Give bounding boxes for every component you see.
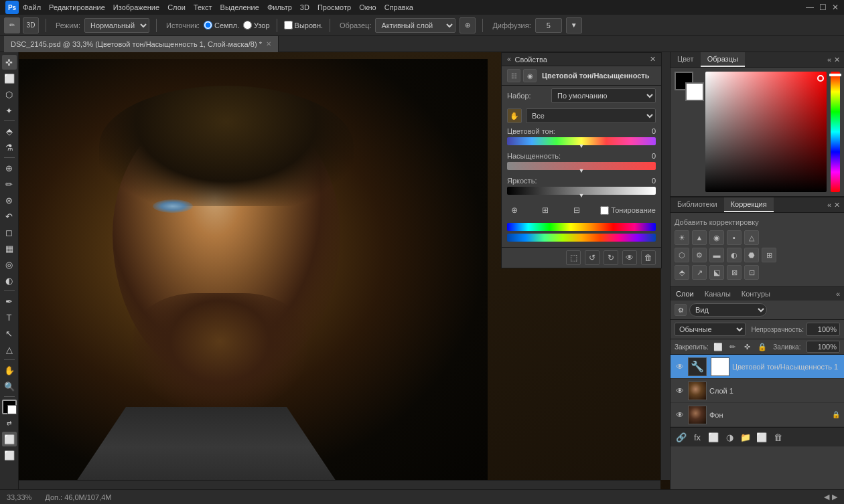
corr-levels[interactable]: ▲: [692, 230, 707, 245]
corr-curves[interactable]: ◉: [709, 230, 724, 245]
menu-filter[interactable]: Фильтр: [267, 3, 292, 11]
canvas-scrollbar-horizontal[interactable]: [19, 480, 660, 489]
blend-mode-select[interactable]: Обычные: [675, 323, 746, 336]
lock-image-btn[interactable]: ✏: [727, 341, 738, 352]
menu-select[interactable]: Выделение: [220, 3, 259, 11]
clone-stamp-tool[interactable]: ⊛: [2, 193, 17, 207]
link-layers-btn[interactable]: 🔗: [675, 430, 688, 444]
corr-photo-filter[interactable]: ◐: [727, 248, 742, 262]
delete-btn[interactable]: 🗑: [641, 250, 656, 265]
toning-checkbox[interactable]: [600, 206, 609, 215]
shape-tool[interactable]: △: [2, 342, 17, 357]
new-layer-btn[interactable]: ⬜: [755, 430, 768, 444]
marquee-tool[interactable]: ⬜: [2, 71, 17, 86]
color-panel-collapse[interactable]: «: [827, 56, 831, 64]
layer-vis-hue-sat[interactable]: 👁: [675, 361, 685, 372]
menu-layers[interactable]: Слои: [167, 3, 186, 11]
layer-item-hue-sat[interactable]: 👁 🔧 Цветовой тон/Насыщенность 1: [671, 355, 844, 379]
add-mask-btn[interactable]: ⬜: [707, 430, 720, 444]
magic-wand-tool[interactable]: ✦: [2, 103, 17, 118]
zoom-tool[interactable]: 🔍: [2, 379, 17, 394]
layers-tab-layers[interactable]: Слои: [671, 287, 699, 301]
layers-tab-channels[interactable]: Каналы: [699, 287, 736, 301]
channel-select[interactable]: Все: [526, 108, 656, 123]
new-adj-btn[interactable]: ◑: [723, 430, 736, 444]
layer-item-layer1[interactable]: 👁 Слой 1: [671, 379, 844, 403]
redo-btn[interactable]: ↻: [604, 250, 618, 265]
lock-all-btn[interactable]: 🔒: [757, 341, 768, 352]
diffusion-slider-btn[interactable]: ▼: [566, 17, 582, 33]
blur-tool[interactable]: ◎: [2, 257, 17, 272]
layer-vis-layer1[interactable]: 👁: [675, 386, 685, 396]
menu-edit[interactable]: Редактирование: [49, 3, 105, 11]
source-pattern-label[interactable]: Узор: [243, 21, 270, 29]
tab-color[interactable]: Цвет: [671, 52, 701, 67]
corr-channel-mixer[interactable]: ⬣: [744, 248, 759, 262]
corr-exposure[interactable]: ▪: [727, 230, 742, 245]
menu-window[interactable]: Окно: [359, 3, 376, 11]
color-panel-close[interactable]: ✕: [834, 56, 840, 64]
corr-hue-sat[interactable]: ⬡: [675, 248, 689, 262]
mode-select[interactable]: Нормальный: [84, 18, 149, 33]
document-tab[interactable]: DSC_2145.psd @ 33,3% (Цветовой тон/Насыщ…: [4, 36, 279, 52]
reset-btn[interactable]: ↺: [585, 250, 600, 265]
tab-samples[interactable]: Образцы: [701, 52, 745, 67]
lib-panel-collapse[interactable]: «: [827, 201, 831, 209]
background-swatch[interactable]: [685, 82, 704, 101]
menu-image[interactable]: Изображение: [113, 3, 159, 11]
tab-correction[interactable]: Коррекция: [724, 197, 774, 212]
fill-input[interactable]: [806, 341, 840, 353]
layer-kind-filter-btn[interactable]: ⚙: [675, 304, 687, 316]
minimize-button[interactable]: —: [806, 3, 814, 12]
text-tool[interactable]: T: [2, 310, 17, 325]
gradient-tool[interactable]: ▦: [2, 241, 17, 256]
menu-text[interactable]: Текст: [194, 3, 212, 11]
source-pattern-radio[interactable]: [243, 21, 252, 29]
source-sample-label[interactable]: Семпл.: [204, 21, 239, 29]
swap-colors[interactable]: ⇄: [2, 416, 17, 430]
sample-select[interactable]: Активный слой: [375, 18, 455, 33]
path-selection-tool[interactable]: ↖: [2, 326, 17, 341]
lasso-tool[interactable]: ⬡: [2, 87, 17, 102]
foreground-color[interactable]: [2, 400, 17, 414]
statusbar-next[interactable]: ▶: [832, 493, 837, 501]
corr-selective-color[interactable]: ⊡: [744, 265, 759, 280]
healing-brush-tool[interactable]: ⊕: [2, 161, 17, 175]
sample-icon-btn[interactable]: ⊕: [460, 17, 476, 33]
corr-vibrance[interactable]: △: [744, 230, 759, 245]
maximize-button[interactable]: ☐: [819, 3, 827, 12]
eyedropper-btn-1[interactable]: ⊕: [507, 203, 522, 218]
color-spectrum[interactable]: [705, 72, 827, 192]
eyedropper-tool[interactable]: ⚗: [2, 140, 17, 155]
corr-invert[interactable]: ⬘: [675, 265, 689, 280]
screen-mode[interactable]: ⬜: [2, 448, 17, 463]
corr-color-balance[interactable]: ⚙: [692, 248, 707, 262]
menu-file[interactable]: Файл: [23, 3, 41, 11]
corr-color-lookup[interactable]: ⊞: [762, 248, 776, 262]
properties-close-btn[interactable]: ✕: [650, 55, 656, 64]
hue-strip[interactable]: [831, 72, 840, 192]
tab-close-button[interactable]: ✕: [266, 40, 271, 48]
diffusion-input[interactable]: [535, 18, 562, 33]
corr-threshold[interactable]: ⬕: [709, 265, 724, 280]
channel-icon-img[interactable]: ☷: [507, 69, 520, 82]
history-brush-tool[interactable]: ↶: [2, 209, 17, 224]
canvas-scrollbar-vertical[interactable]: [660, 52, 670, 480]
statusbar-prev[interactable]: ◀: [824, 493, 829, 501]
layers-panel-collapse[interactable]: «: [836, 290, 840, 298]
hand-tool[interactable]: ✋: [2, 363, 17, 377]
toning-checkbox-label[interactable]: Тонирование: [600, 206, 656, 215]
source-sample-radio[interactable]: [204, 21, 212, 29]
visibility-btn[interactable]: 👁: [622, 250, 637, 265]
eraser-tool[interactable]: ◻: [2, 225, 17, 240]
lib-panel-close[interactable]: ✕: [834, 201, 840, 209]
menu-3d[interactable]: 3D: [300, 3, 309, 11]
menu-view[interactable]: Просмотр: [318, 3, 351, 11]
eyedropper-btn-3[interactable]: ⊟: [569, 203, 584, 218]
pen-tool[interactable]: ✒: [2, 294, 17, 309]
layers-tab-paths[interactable]: Контуры: [736, 287, 776, 301]
corr-posterize[interactable]: ↗: [692, 265, 707, 280]
lock-position-btn[interactable]: ✜: [742, 341, 753, 352]
layer-vis-background[interactable]: 👁: [675, 410, 685, 420]
layer-kind-select[interactable]: Вид: [689, 303, 767, 317]
